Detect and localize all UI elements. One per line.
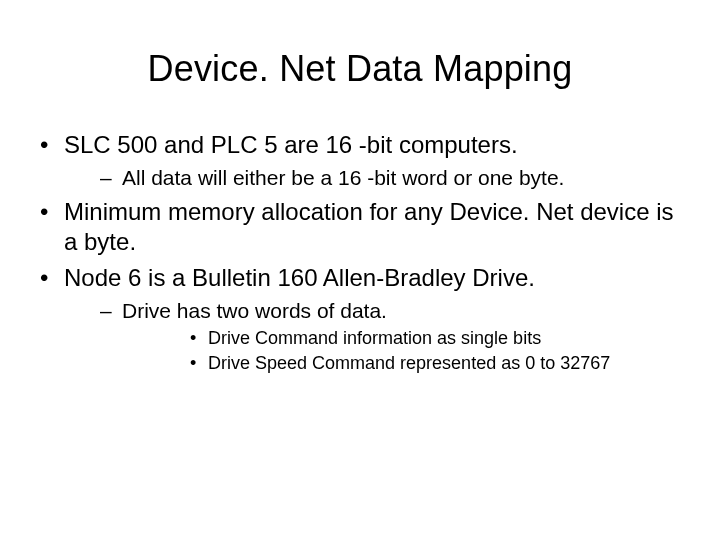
sub-bullet-item: Drive has two words of data. Drive Comma… (64, 297, 690, 375)
sub-sub-bullet-item: Drive Command information as single bits (122, 327, 690, 350)
bullet-item: SLC 500 and PLC 5 are 16 -bit computers.… (30, 130, 690, 191)
sub-sub-bullet-list: Drive Command information as single bits… (122, 327, 690, 376)
bullet-text: Minimum memory allocation for any Device… (64, 198, 674, 255)
bullet-list: SLC 500 and PLC 5 are 16 -bit computers.… (30, 130, 690, 375)
bullet-item: Node 6 is a Bulletin 160 Allen-Bradley D… (30, 263, 690, 375)
bullet-text: Node 6 is a Bulletin 160 Allen-Bradley D… (64, 264, 535, 291)
sub-sub-bullet-item: Drive Speed Command represented as 0 to … (122, 352, 690, 375)
bullet-text: Drive has two words of data. (122, 299, 387, 322)
sub-bullet-item: All data will either be a 16 -bit word o… (64, 164, 690, 191)
bullet-item: Minimum memory allocation for any Device… (30, 197, 690, 257)
bullet-text: All data will either be a 16 -bit word o… (122, 166, 564, 189)
bullet-text: Drive Speed Command represented as 0 to … (208, 353, 610, 373)
sub-bullet-list: All data will either be a 16 -bit word o… (64, 164, 690, 191)
bullet-text: SLC 500 and PLC 5 are 16 -bit computers. (64, 131, 518, 158)
bullet-text: Drive Command information as single bits (208, 328, 541, 348)
slide-title: Device. Net Data Mapping (30, 48, 690, 90)
sub-bullet-list: Drive has two words of data. Drive Comma… (64, 297, 690, 375)
slide: Device. Net Data Mapping SLC 500 and PLC… (0, 0, 720, 540)
